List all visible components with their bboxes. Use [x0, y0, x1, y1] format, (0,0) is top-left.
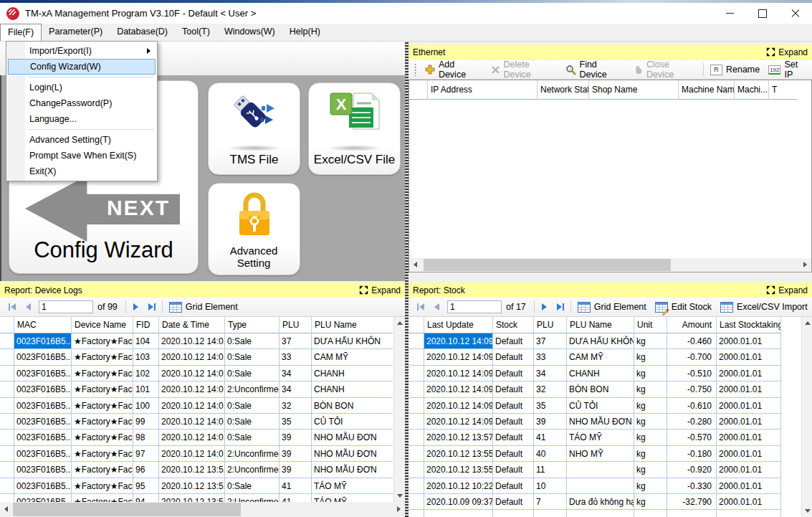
column-header[interactable]: Machi... — [735, 80, 769, 100]
menu-item-config-wizard[interactable]: Config Wizard(W) — [8, 59, 156, 75]
config-wizard-label: Config Wizard — [9, 237, 198, 263]
menu-item-import-export[interactable]: Import/Export(I) — [6, 43, 157, 59]
page-input[interactable] — [39, 300, 93, 313]
page-input[interactable] — [447, 300, 502, 313]
menu-item-prompt-save[interactable]: Prompt Save When Exit(S) — [6, 148, 157, 163]
column-header[interactable]: Date & Time — [159, 317, 225, 333]
advanced-setting-button[interactable]: Advanced Setting — [208, 183, 300, 275]
table-row[interactable]: 2020.10.12 13:57...Default41TÁO MỸkg-0.5… — [409, 430, 801, 445]
column-header[interactable] — [781, 317, 801, 333]
column-header[interactable]: Amount — [667, 317, 717, 333]
close-button[interactable] — [779, 3, 812, 24]
expand-button[interactable]: Expand — [766, 285, 808, 295]
table-row[interactable]: 0023F016B5...★Factory★Factor...952020.10… — [0, 478, 393, 494]
next-page-button[interactable] — [537, 300, 553, 314]
menu-item-language[interactable]: Language... — [6, 111, 157, 127]
scrollbar-thumb[interactable] — [424, 259, 671, 271]
menu-item-advanced-setting[interactable]: Advanced Setting(T) — [6, 132, 157, 148]
column-header[interactable]: FID — [133, 317, 159, 333]
table-row[interactable]: 2020.10.12 14:09...Default35CỦ TỎIkg-0.6… — [409, 398, 801, 414]
table-row[interactable]: 2020.10.12 14:09...Default34CHANHkg-0.51… — [409, 366, 801, 381]
table-row[interactable]: 0023F016B5...★Factory★Factor...1002020.1… — [0, 398, 393, 414]
excel-csv-file-button[interactable]: X Excel/CSV File — [308, 82, 401, 175]
prev-page-button[interactable] — [20, 300, 36, 314]
column-header[interactable]: Machine Name — [679, 80, 735, 100]
excel-csv-import-button[interactable]: Excel/CSV Import — [716, 299, 812, 315]
rename-button[interactable]: R Rename — [706, 62, 764, 77]
grid-element-button[interactable]: Grid Element — [573, 299, 651, 315]
close-device-button[interactable]: Close Device — [629, 62, 701, 77]
table-row[interactable]: 2020.10.12 14:09...Default32BÒN BONkg-0.… — [409, 381, 801, 397]
grid-element-button[interactable]: Grid Element — [165, 299, 242, 315]
table-row[interactable] — [409, 510, 801, 517]
column-header[interactable] — [409, 317, 424, 333]
menu-windows[interactable]: Windows(W) — [217, 24, 282, 41]
table-cell: ★Factory★Factor... — [72, 398, 133, 414]
column-header[interactable] — [409, 80, 428, 100]
add-device-button[interactable]: Add Device — [421, 62, 487, 77]
table-row[interactable]: 0023F016B5...★Factory★Factor...982020.10… — [0, 430, 393, 445]
table-cell: 2020.10.12 13:5... — [159, 494, 225, 502]
stock-vertical-scrollbar[interactable] — [801, 317, 812, 517]
expand-button[interactable]: Expand — [359, 285, 401, 295]
table-row[interactable]: 2020.10.12 10:22...Default10kg-0.3302000… — [409, 478, 801, 494]
column-header[interactable]: Stock — [493, 317, 534, 333]
column-header[interactable]: PLU — [280, 317, 312, 333]
table-row[interactable]: 2020.10.09 09:37...Default7Dưa đỏ không … — [409, 494, 801, 510]
table-row[interactable]: 0023F016B5...★Factory★Factor...1012020.1… — [0, 381, 393, 397]
first-page-button[interactable] — [4, 300, 20, 314]
table-row[interactable]: 0023F016B5...★Factory★Factor...1032020.1… — [0, 349, 393, 365]
table-row[interactable]: 0023F016B5...★Factory★Factor...972020.10… — [0, 446, 393, 462]
menu-item-change-password[interactable]: ChangePassword(P) — [6, 95, 157, 111]
column-header[interactable]: MAC — [14, 317, 72, 333]
column-header[interactable]: Last Stocktaking — [717, 317, 781, 333]
menu-parameter[interactable]: Parameter(P) — [42, 24, 110, 41]
first-page-button[interactable] — [413, 300, 429, 314]
table-row[interactable]: 2020.10.12 14:09...Default33CAM MỸkg-0.7… — [409, 349, 801, 365]
column-header[interactable]: Unit — [634, 317, 667, 333]
delete-device-button[interactable]: Delete Device — [487, 62, 561, 77]
device-logs-vertical-scrollbar[interactable] — [393, 317, 405, 502]
column-header[interactable]: Device Name — [72, 317, 133, 333]
table-row[interactable]: 0023F016B5...★Factory★Factor...962020.10… — [0, 462, 393, 478]
menu-database[interactable]: Database(D) — [110, 24, 175, 41]
column-header[interactable]: PLU — [534, 317, 567, 333]
table-row[interactable]: 2020.10.12 14:09...Default39NHO MẪU ĐƠNk… — [409, 414, 801, 430]
menu-help[interactable]: Help(H) — [282, 24, 328, 41]
menu-item-exit[interactable]: Exit(X) — [6, 163, 157, 179]
set-ip-button[interactable]: 192 Set IP — [764, 62, 812, 77]
table-row[interactable]: 2020.10.12 13:55...Default40NHO MỸkg-0.1… — [409, 446, 801, 462]
column-header[interactable]: PLU Name — [567, 317, 634, 333]
ethernet-horizontal-scrollbar[interactable] — [409, 258, 811, 272]
scrollbar-thumb[interactable] — [13, 503, 241, 516]
device-logs-horizontal-scrollbar[interactable] — [0, 502, 405, 517]
last-page-button[interactable] — [553, 300, 568, 314]
column-header[interactable] — [0, 317, 14, 333]
maximize-button[interactable] — [746, 3, 779, 24]
table-row[interactable]: 0023F016B5...★Factory★Factor...1022020.1… — [0, 366, 393, 381]
edit-stock-button[interactable]: Edit Stock — [651, 299, 716, 315]
menu-item-login[interactable]: Login(L) — [6, 80, 157, 95]
column-header[interactable]: IP Address — [428, 80, 538, 100]
last-page-button[interactable] — [144, 300, 160, 314]
minimize-button[interactable] — [713, 3, 746, 24]
prev-page-button[interactable] — [429, 300, 444, 314]
table-row[interactable]: 0023F016B5...★Factory★Factor...942020.10… — [0, 494, 393, 502]
menu-tool[interactable]: Tool(T) — [175, 24, 217, 41]
table-row[interactable]: 0023F016B5...★Factory★Factor...1042020.1… — [0, 333, 393, 349]
column-header[interactable]: PLU Name — [312, 317, 393, 333]
column-header[interactable]: Network Stat... — [538, 80, 589, 100]
find-device-button[interactable]: Find Device — [561, 62, 629, 77]
toolbar-grip[interactable] — [414, 63, 416, 76]
table-row[interactable]: 2020.10.12 14:09...Default37DƯA HẤU KHÔN… — [409, 333, 801, 349]
expand-button[interactable]: Expand — [766, 47, 808, 57]
table-row[interactable]: 2020.10.12 13:55...Default11kg-0.9202000… — [409, 462, 801, 478]
menu-file[interactable]: File(F) — [0, 24, 42, 41]
column-header[interactable]: Shop Name — [589, 80, 679, 100]
column-header[interactable]: T — [769, 80, 797, 100]
column-header[interactable]: Last Update — [424, 317, 493, 333]
next-page-button[interactable] — [128, 300, 144, 314]
column-header[interactable]: Type — [225, 317, 280, 333]
table-row[interactable]: 0023F016B5...★Factory★Factor...992020.10… — [0, 414, 393, 430]
tms-file-button[interactable]: TMS File — [208, 82, 300, 175]
